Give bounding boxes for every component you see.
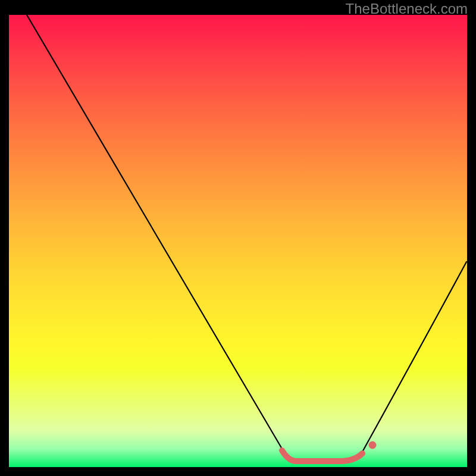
bottleneck-curve: [27, 15, 466, 461]
optimal-zone-end-dot: [369, 441, 377, 449]
chart-svg: [9, 15, 467, 467]
plot-area: [9, 15, 467, 467]
optimal-zone-segment: [282, 450, 362, 461]
attribution-text: TheBottleneck.com: [346, 1, 468, 17]
